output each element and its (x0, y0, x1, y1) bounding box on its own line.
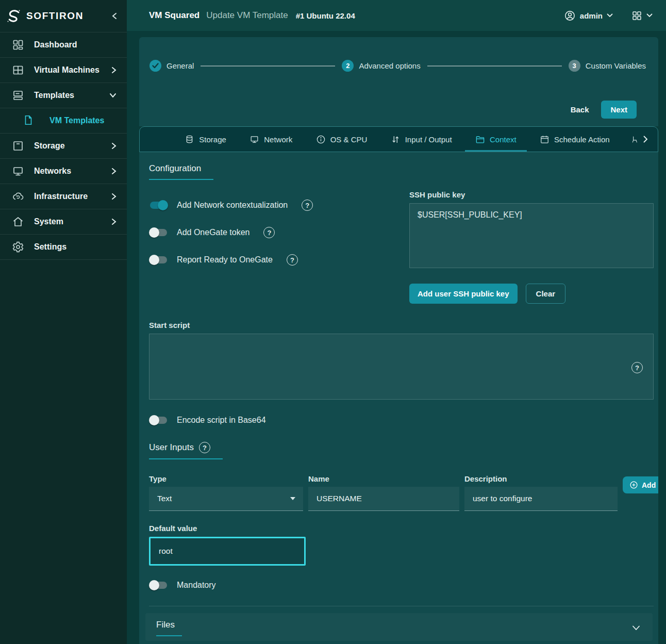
tab-context[interactable]: Context (473, 127, 519, 152)
step-connector (427, 65, 562, 67)
sidebar-item-networks[interactable]: Networks (0, 159, 127, 184)
brand-name: SOFTIRON (26, 10, 84, 22)
start-script-textarea[interactable] (149, 334, 654, 400)
back-button[interactable]: Back (571, 105, 589, 114)
sidebar-item-storage[interactable]: Storage (0, 134, 127, 159)
description-label: Description (464, 474, 618, 483)
step-advanced-options[interactable]: 2 Advanced options (342, 60, 420, 72)
sidebar-item-label: Infrastructure (34, 192, 88, 201)
section-tabs: Storage Network OS & CPU (139, 126, 658, 152)
section-title: Files (156, 620, 175, 630)
default-value-block: Default value (149, 524, 654, 566)
name-input[interactable] (308, 487, 459, 511)
help-icon[interactable] (302, 200, 313, 211)
tab-os-cpu[interactable]: OS & CPU (314, 127, 370, 152)
templates-icon (12, 89, 24, 102)
tab-list: Storage Network OS & CPU (140, 127, 631, 152)
sidebar-item-label: Settings (34, 242, 66, 252)
configuration-grid: Add Network contextualization Add OneGat… (149, 183, 654, 304)
sidebar-menu: Dashboard Virtual Machines Templates (0, 32, 127, 260)
database-icon (185, 135, 194, 144)
add-user-input-button[interactable]: Add (623, 476, 658, 493)
step-general[interactable]: General (149, 60, 194, 72)
partial-tab-icon (631, 135, 639, 144)
toggle-switch[interactable] (149, 580, 168, 590)
sidebar-header: SOFTIRON (0, 0, 127, 32)
clear-ssh-key-button[interactable]: Clear (526, 284, 566, 304)
step-number: 2 (342, 60, 354, 72)
tab-input-output[interactable]: Input / Output (389, 127, 454, 152)
default-value-label: Default value (149, 524, 654, 533)
sidebar-item-label: System (34, 217, 63, 226)
add-user-ssh-key-button[interactable]: Add user SSH public key (409, 284, 518, 304)
section-title: User Inputs (149, 442, 194, 453)
next-button[interactable]: Next (601, 101, 637, 119)
sidebar-item-virtual-machines[interactable]: Virtual Machines (0, 58, 127, 83)
sidebar: SOFTIRON Dashboard Virtual Machines (0, 0, 127, 644)
chevron-down-icon (109, 93, 116, 98)
toggle-switch[interactable] (149, 200, 168, 210)
tab-schedule-action[interactable]: Schedule Action (538, 127, 612, 152)
start-script-block: Start script (149, 321, 654, 402)
step-custom-variables[interactable]: 3 Custom Variables (569, 60, 646, 72)
toggle-report-ready-onegate: Report Ready to OneGate (149, 254, 409, 266)
apps-grid-icon (631, 10, 642, 21)
chevron-down-icon[interactable] (632, 625, 640, 631)
top-bar: VM Squared Update VM Template #1 Ubuntu … (127, 0, 666, 31)
chevron-down-icon (607, 13, 613, 18)
sidebar-item-templates[interactable]: Templates (0, 83, 127, 108)
stepper: General 2 Advanced options 3 Custom Vari… (149, 60, 646, 72)
user-menu[interactable]: admin (564, 10, 613, 22)
chevron-down-icon (646, 13, 653, 18)
toggle-label: Add Network contextualization (177, 201, 288, 210)
help-icon[interactable] (199, 442, 210, 453)
virtual-machines-icon (12, 64, 24, 76)
name-label: Name (308, 474, 459, 483)
help-icon[interactable] (631, 362, 643, 373)
files-section-heading: Files (156, 620, 182, 636)
toggle-switch[interactable] (149, 227, 168, 238)
add-button-label: Add (642, 481, 656, 489)
app-title: VM Squared (149, 10, 199, 21)
settings-gear-icon (12, 241, 24, 253)
configuration-toggles: Add Network contextualization Add OneGat… (149, 183, 409, 304)
dashboard-icon (12, 39, 24, 51)
sidebar-item-label: Virtual Machines (34, 65, 99, 75)
app-window: SOFTIRON Dashboard Virtual Machines (0, 0, 666, 644)
tab-label: Context (490, 135, 517, 144)
apps-menu[interactable] (631, 10, 653, 21)
monitor-icon (249, 135, 259, 144)
context-tab-content: Configuration Add Network contextualizat… (139, 152, 658, 644)
description-input[interactable] (464, 487, 618, 511)
help-icon[interactable] (263, 227, 275, 238)
sidebar-item-system[interactable]: System (0, 209, 127, 235)
ssh-key-textarea[interactable]: $USER[SSH_PUBLIC_KEY] (409, 203, 654, 268)
chevron-right-icon (111, 168, 116, 175)
sidebar-item-label: Storage (34, 141, 65, 151)
tab-storage[interactable]: Storage (182, 127, 228, 152)
chevron-right-icon (111, 218, 116, 225)
toggle-add-network-contextualization: Add Network contextualization (149, 200, 409, 211)
tab-network[interactable]: Network (247, 127, 294, 152)
toggle-switch[interactable] (149, 415, 168, 425)
default-value-input[interactable] (149, 537, 306, 566)
sidebar-item-settings[interactable]: Settings (0, 235, 127, 260)
toggle-switch[interactable] (149, 255, 168, 265)
type-select[interactable]: Text (149, 487, 303, 511)
system-home-icon (12, 216, 24, 228)
sidebar-item-vm-templates[interactable]: VM Templates (0, 108, 127, 134)
sidebar-item-label: Templates (34, 91, 74, 100)
configuration-section-heading: Configuration (149, 163, 213, 180)
networks-icon (12, 165, 24, 177)
toggle-add-onegate-token: Add OneGate token (149, 227, 409, 238)
sidebar-item-dashboard[interactable]: Dashboard (0, 32, 127, 58)
help-icon[interactable] (287, 254, 298, 266)
step-number: 3 (569, 60, 580, 72)
step-check-icon (149, 60, 161, 72)
sidebar-item-infrastructure[interactable]: Infrastructure (0, 184, 127, 209)
files-accordion[interactable]: Files (145, 613, 653, 641)
folder-icon (475, 135, 485, 144)
tabs-scroll-right-icon[interactable] (643, 136, 648, 143)
sidebar-collapse-icon[interactable] (111, 12, 118, 20)
ssh-key-label: SSH public key (409, 190, 654, 199)
